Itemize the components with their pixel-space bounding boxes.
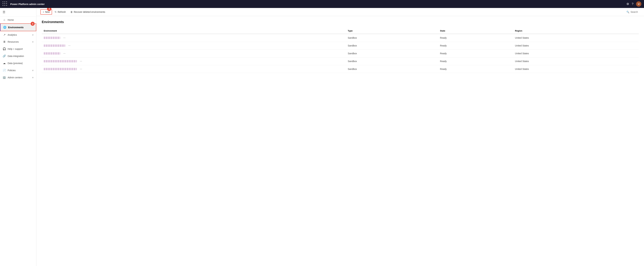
- env-name-cell-3: ···: [42, 57, 346, 65]
- env-name-cell-0: ···: [42, 34, 346, 42]
- recover-button[interactable]: 🗑 Recover deleted environments: [68, 10, 107, 14]
- avatar[interactable]: U: [636, 1, 641, 7]
- env-name-cell-4: ···: [42, 65, 346, 73]
- env-ellipsis-button-0[interactable]: ···: [62, 36, 66, 40]
- page-title: Environments: [42, 20, 639, 24]
- col-state: State: [438, 28, 513, 34]
- sidebar-item-home[interactable]: ⌂ Home: [0, 17, 36, 23]
- top-navigation: Power Platform admin center ⚙ ? U: [0, 0, 644, 8]
- environments-table: Environment Type State Region ···Sandbox…: [42, 28, 639, 73]
- main-layout: ☰ ⌂ Home 🌐 Environments 3 ↗ Analytics ∨ …: [0, 8, 644, 266]
- env-name-cell-1: ···: [42, 42, 346, 50]
- admin-centers-icon: 🏢: [3, 76, 6, 79]
- recover-icon: 🗑: [70, 11, 73, 13]
- environments-icon: 🌐: [3, 26, 6, 29]
- col-region: Region: [513, 28, 639, 34]
- help-support-icon: 🎧: [3, 47, 6, 50]
- env-name-content-3: ···: [44, 59, 344, 63]
- sidebar-label-resources: Resources: [8, 41, 19, 43]
- env-state-0: Ready: [438, 34, 513, 42]
- environments-container: Environments Environment Type State Regi…: [36, 16, 644, 266]
- col-environment: Environment: [42, 28, 346, 34]
- toolbar: 4 + New ↻ Refresh 🗑 Recover deleted envi…: [36, 8, 644, 16]
- env-region-1: United States: [513, 42, 639, 50]
- refresh-button[interactable]: ↻ Refresh: [53, 10, 68, 14]
- callout-badge-3: 3: [31, 22, 34, 26]
- env-name-cell-2: ···: [42, 50, 346, 57]
- resources-icon: 🖥: [3, 40, 6, 43]
- refresh-icon: ↻: [55, 11, 57, 13]
- table-header-row: Environment Type State Region: [42, 28, 639, 34]
- env-region-4: United States: [513, 65, 639, 73]
- sidebar-item-help-support[interactable]: 🎧 Help + support: [0, 45, 36, 52]
- env-type-2: Sandbox: [346, 50, 438, 57]
- env-name-content-4: ···: [44, 67, 344, 71]
- env-name-blurred-2: [44, 52, 60, 55]
- app-grid-menu[interactable]: [3, 2, 8, 7]
- env-ellipsis-button-1[interactable]: ···: [67, 44, 72, 47]
- table-row[interactable]: ···SandboxReadyUnited States: [42, 57, 639, 65]
- env-ellipsis-button-3[interactable]: ···: [79, 59, 83, 63]
- env-state-3: Ready: [438, 57, 513, 65]
- env-name-blurred-0: [44, 37, 60, 39]
- env-state-1: Ready: [438, 42, 513, 50]
- data-preview-icon: ☁: [3, 62, 6, 65]
- env-name-blurred-3: [44, 60, 77, 62]
- sidebar-item-analytics[interactable]: ↗ Analytics ∨: [0, 31, 36, 38]
- table-row[interactable]: ···SandboxReadyUnited States: [42, 65, 639, 73]
- env-region-2: United States: [513, 50, 639, 57]
- sidebar-label-help-support: Help + support: [8, 48, 23, 50]
- sidebar-label-data-preview: Data (preview): [8, 62, 23, 65]
- sidebar-item-data-integration[interactable]: 🔗 Data integration: [0, 52, 36, 60]
- env-state-2: Ready: [438, 50, 513, 57]
- env-name-blurred-4: [44, 68, 77, 70]
- col-type: Type: [346, 28, 438, 34]
- search-icon: 🔍: [626, 11, 629, 13]
- analytics-chevron-icon: ∨: [32, 34, 34, 36]
- top-nav-actions: ⚙ ? U: [626, 1, 641, 7]
- table-row[interactable]: ···SandboxReadyUnited States: [42, 50, 639, 57]
- sidebar: ☰ ⌂ Home 🌐 Environments 3 ↗ Analytics ∨ …: [0, 8, 36, 266]
- content-area: 4 + New ↻ Refresh 🗑 Recover deleted envi…: [36, 8, 644, 266]
- env-name-content-0: ···: [44, 36, 344, 40]
- settings-icon[interactable]: ⚙: [626, 2, 629, 6]
- search-area[interactable]: 🔍 Search: [624, 10, 640, 15]
- env-type-0: Sandbox: [346, 34, 438, 42]
- env-name-blurred-1: [44, 45, 65, 47]
- app-title: Power Platform admin center: [10, 3, 626, 6]
- sidebar-item-policies[interactable]: 📄 Policies ∨: [0, 67, 36, 74]
- sidebar-label-analytics: Analytics: [8, 34, 17, 36]
- policies-icon: 📄: [3, 69, 6, 72]
- env-state-4: Ready: [438, 65, 513, 73]
- env-type-4: Sandbox: [346, 65, 438, 73]
- table-row[interactable]: ···SandboxReadyUnited States: [42, 34, 639, 42]
- data-integration-icon: 🔗: [3, 54, 6, 58]
- policies-chevron-icon: ∨: [32, 69, 34, 72]
- env-ellipsis-button-4[interactable]: ···: [79, 67, 83, 71]
- env-type-3: Sandbox: [346, 57, 438, 65]
- admin-centers-chevron-icon: ∨: [32, 76, 34, 79]
- env-type-1: Sandbox: [346, 42, 438, 50]
- new-plus-icon: +: [43, 11, 44, 13]
- hamburger-menu[interactable]: ☰: [0, 8, 36, 17]
- home-icon: ⌂: [3, 19, 6, 21]
- sidebar-item-environments[interactable]: 🌐 Environments 3: [0, 23, 36, 31]
- resources-chevron-icon: ∨: [32, 41, 34, 43]
- sidebar-label-data-integration: Data integration: [8, 55, 24, 57]
- sidebar-item-data-preview[interactable]: ☁ Data (preview): [0, 60, 36, 67]
- sidebar-item-admin-centers[interactable]: 🏢 Admin centers ∨: [0, 74, 36, 81]
- env-region-0: United States: [513, 34, 639, 42]
- new-button-wrapper: 4 + New: [40, 9, 52, 15]
- sidebar-label-admin-centers: Admin centers: [8, 76, 22, 79]
- sidebar-label-policies: Policies: [8, 69, 16, 72]
- analytics-icon: ↗: [3, 33, 6, 36]
- env-name-content-2: ···: [44, 52, 344, 55]
- sidebar-label-environments: Environments: [8, 26, 24, 29]
- table-row[interactable]: ···SandboxReadyUnited States: [42, 42, 639, 50]
- sidebar-label-home: Home: [8, 19, 14, 21]
- env-ellipsis-button-2[interactable]: ···: [62, 52, 66, 55]
- env-name-content-1: ···: [44, 44, 344, 47]
- sidebar-item-resources[interactable]: 🖥 Resources ∨: [0, 38, 36, 45]
- help-icon[interactable]: ?: [632, 2, 634, 6]
- env-region-3: United States: [513, 57, 639, 65]
